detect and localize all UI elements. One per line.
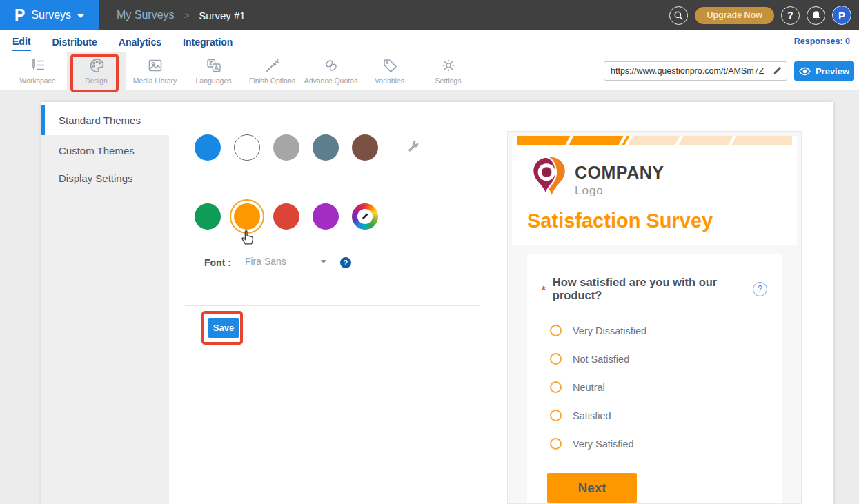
swatch-red[interactable] [273, 203, 299, 230]
chevron-down-icon [77, 14, 84, 18]
swatch-purple[interactable] [313, 203, 339, 230]
breadcrumb: My Surveys > Survey #1 [117, 9, 246, 21]
upgrade-now-button[interactable]: Upgrade Now [695, 7, 774, 24]
required-marker: * [542, 283, 546, 295]
question-help-button[interactable]: ? [753, 282, 767, 296]
pencil-icon [361, 212, 369, 221]
design-icon [88, 57, 105, 74]
breadcrumb-current-survey: Survey #1 [199, 10, 246, 21]
notifications-button[interactable] [807, 6, 825, 25]
swatch-slate[interactable] [313, 134, 339, 161]
custom-color-picker[interactable] [352, 203, 378, 230]
toolbar-item-media-library[interactable]: Media Library [126, 52, 184, 90]
swatch-row-2 [195, 203, 526, 230]
sidebar-item-custom-themes[interactable]: Custom Themes [41, 137, 169, 164]
stripe-segment [517, 136, 570, 145]
preview-button[interactable]: Preview [794, 61, 854, 81]
color-wheel-center [357, 209, 373, 224]
editor-divider [185, 305, 480, 306]
save-button[interactable]: Save [208, 318, 239, 338]
theme-editor: Font : Fira Sans ? Save [195, 134, 526, 230]
toolbar-item-label: Advance Quotas [304, 77, 358, 85]
edit-url-button[interactable] [772, 65, 782, 79]
design-panel: Standard Themes Custom Themes Display Se… [41, 102, 833, 504]
customize-theme-button[interactable] [406, 139, 420, 157]
accent-stripe [517, 136, 792, 145]
swatch-blue[interactable] [195, 134, 221, 161]
question-card: * How satisfied are you with our product… [527, 254, 782, 504]
option-very-satisfied[interactable]: Very Satisfied [550, 430, 767, 458]
product-switcher[interactable]: P Surveys [0, 0, 99, 30]
design-sidebar: Standard Themes Custom Themes Display Se… [41, 105, 169, 504]
stripe-segment [732, 136, 792, 145]
radio-icon[interactable] [550, 325, 562, 336]
radio-icon[interactable] [550, 353, 562, 365]
responses-count[interactable]: Responses: 0 [794, 37, 859, 46]
option-label: Neutral [573, 382, 605, 393]
breadcrumb-my-surveys[interactable]: My Surveys [117, 9, 175, 21]
tab-edit[interactable]: Edit [12, 32, 31, 51]
survey-url-input[interactable] [604, 61, 787, 81]
company-logo-subtitle: Logo [575, 184, 664, 198]
font-dropdown[interactable]: Fira Sans [245, 256, 326, 272]
media-library-icon [147, 57, 164, 74]
product-name: Surveys [31, 9, 71, 21]
option-label: Satisfied [573, 410, 611, 421]
option-label: Not Satisfied [573, 354, 629, 365]
workspace-icon [30, 57, 46, 74]
survey-nav-tabs: Edit Distribute Analytics Integration Re… [0, 30, 859, 52]
option-label: Very Dissatisfied [573, 325, 646, 336]
radio-icon[interactable] [550, 438, 562, 450]
advance-quotas-icon [323, 57, 339, 74]
next-button[interactable]: Next [547, 473, 637, 503]
toolbar-item-languages[interactable]: Languages [184, 52, 243, 90]
avatar-logo-letter: P [838, 10, 845, 21]
option-label: Very Satisfied [573, 439, 634, 450]
toolbar-item-label: Languages [196, 77, 232, 85]
company-logo-block: COMPANY Logo [512, 156, 797, 205]
account-avatar[interactable]: P [832, 6, 851, 25]
swatch-white[interactable] [234, 134, 260, 161]
toolbar-item-workspace[interactable]: Workspace [8, 52, 67, 90]
tab-distribute[interactable]: Distribute [51, 32, 97, 50]
search-button[interactable] [669, 6, 688, 25]
toolbar-item-advance-quotas[interactable]: Advance Quotas [302, 52, 360, 90]
questionpro-logo-icon: P [14, 8, 25, 23]
swatch-green[interactable] [195, 203, 221, 230]
tab-integration[interactable]: Integration [182, 32, 233, 50]
option-satisfied[interactable]: Satisfied [550, 401, 767, 430]
languages-icon [206, 57, 222, 74]
company-logo-pin-icon [531, 156, 566, 205]
sidebar-item-standard-themes[interactable]: Standard Themes [41, 105, 169, 135]
toolbar-item-finish-options[interactable]: Finish Options [243, 52, 302, 90]
radio-icon[interactable] [550, 381, 562, 393]
stripe-segment [679, 136, 733, 145]
swatch-row-1 [195, 134, 526, 161]
tab-analytics[interactable]: Analytics [118, 32, 162, 50]
help-button[interactable]: ? [781, 6, 800, 25]
radio-icon[interactable] [550, 410, 562, 421]
answer-options: Very Dissatisfied Not Satisfied Neutral [542, 316, 767, 458]
font-help-button[interactable]: ? [340, 257, 351, 268]
variables-icon [382, 57, 398, 74]
toolbar-item-settings[interactable]: Settings [419, 52, 477, 90]
font-dropdown-value: Fira Sans [245, 256, 286, 267]
option-very-dissatisfied[interactable]: Very Dissatisfied [550, 316, 767, 345]
toolbar-item-label: Variables [375, 77, 404, 85]
swatch-brown[interactable] [352, 134, 378, 161]
swatch-orange-selected[interactable] [234, 203, 260, 230]
swatch-gray[interactable] [273, 134, 299, 161]
toolbar-item-variables[interactable]: Variables [360, 52, 419, 90]
help-icon: ? [758, 284, 762, 294]
toolbar-item-design[interactable]: Design [67, 52, 126, 90]
toolbar-item-label: Settings [435, 77, 462, 85]
font-label: Font : [204, 256, 231, 268]
question-text: How satisfied are you with our product? [553, 276, 746, 302]
option-not-satisfied[interactable]: Not Satisfied [550, 345, 767, 373]
toolbar-item-label: Workspace [19, 77, 55, 85]
sidebar-item-display-settings[interactable]: Display Settings [41, 164, 169, 192]
option-neutral[interactable]: Neutral [550, 373, 767, 401]
font-setting-row: Font : Fira Sans ? [204, 256, 351, 272]
toolbar-item-label: Finish Options [249, 77, 295, 85]
survey-url-group [604, 61, 787, 81]
